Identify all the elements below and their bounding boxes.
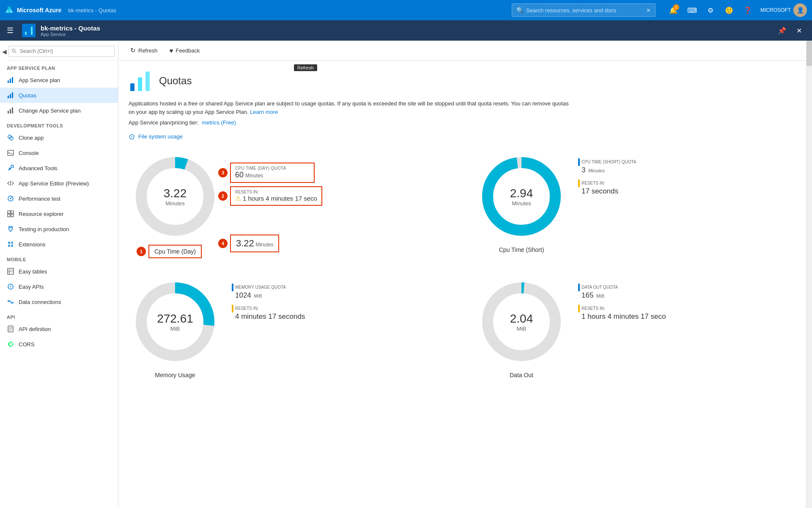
callout-2-badge: 2: [218, 191, 228, 201]
cpu-day-resets-value: 1 hours 4 minutes 17 seco: [243, 195, 317, 202]
settings-button[interactable]: ⚙: [703, 3, 718, 18]
toolbar: ↻ Refresh Refresh ♥ Feedback: [118, 41, 806, 61]
help-button[interactable]: ❓: [740, 3, 755, 18]
resource-explorer-icon: [7, 210, 14, 218]
sidebar-item-advanced-tools[interactable]: Advanced Tools: [0, 160, 118, 176]
file-system-usage-link[interactable]: ⊙ File system usage: [129, 132, 796, 141]
cpu-day-quota-callout: CPU TIME (DAY) QUOTA 60 Minutes: [230, 163, 315, 183]
svg-rect-9: [10, 94, 11, 98]
sidebar-item-easy-apis[interactable]: Easy APIs: [0, 279, 118, 294]
sidebar-item-change-plan[interactable]: Change App Service plan: [0, 103, 118, 118]
cpu-short-quota-sub: Minutes: [588, 168, 605, 173]
resource-explorer-label: Resource explorer: [19, 211, 63, 217]
feedback-icon: ♥: [170, 47, 173, 54]
data-out-quota-sub: MiB: [596, 293, 604, 298]
cpu-day-quota-value: 60: [235, 171, 244, 179]
page-description-text: Applications hosted in a free or shared …: [129, 100, 569, 115]
cpu-day-current-unit: Minutes: [255, 242, 273, 248]
extensions-icon: [7, 240, 14, 248]
close-button[interactable]: ✕: [793, 25, 805, 36]
cpu-day-title: Cpu Time (Day): [154, 248, 196, 255]
quotas-label: Quotas: [19, 92, 36, 99]
sidebar-item-cors[interactable]: C CORS: [0, 337, 118, 352]
sidebar-search-input[interactable]: [8, 46, 115, 57]
svg-point-18: [11, 165, 14, 168]
sidebar-item-app-service-editor[interactable]: App Service Editor (Preview): [0, 176, 118, 191]
data-out-resets-label: RESETS IN:: [582, 306, 605, 311]
refresh-button[interactable]: ↻ Refresh: [125, 44, 163, 57]
svg-rect-24: [8, 214, 10, 217]
svg-rect-46: [138, 77, 142, 91]
svg-point-21: [10, 198, 11, 199]
scrollbar[interactable]: [806, 41, 812, 508]
sidebar-collapse-button[interactable]: ◀: [0, 43, 8, 60]
user-menu[interactable]: MICROSOFT 👤: [760, 3, 807, 17]
cloud-shell-button[interactable]: ⌨: [684, 3, 700, 18]
content-area: ↻ Refresh Refresh ♥ Feedback Quotas: [118, 41, 806, 508]
notifications-button[interactable]: 🔔 1: [666, 3, 681, 18]
svg-point-54: [488, 288, 555, 356]
performance-test-label: Performance test: [19, 196, 60, 202]
plan-label: App Service plan/pricing tier:: [129, 119, 198, 126]
sidebar-section-api: API: [0, 309, 118, 321]
sidebar-item-app-service-plan[interactable]: App Service plan: [0, 72, 118, 88]
azure-logo-text: Microsoft Azure: [17, 7, 61, 14]
sidebar-item-testing-in-production[interactable]: Testing in production: [0, 221, 118, 237]
page-header: Quotas: [129, 69, 796, 93]
cpu-short-chart-section: 2.94 Minutes Cpu Time (Short): [475, 150, 796, 258]
file-system-label: File system usage: [138, 133, 183, 140]
search-input[interactable]: [526, 7, 645, 14]
main-layout: ◀ APP SERVICE PLAN App Service plan Quot…: [0, 41, 812, 508]
data-connections-icon: [7, 298, 14, 306]
sidebar-item-console[interactable]: Console: [0, 145, 118, 160]
callout-3-badge: 3: [218, 168, 228, 177]
cpu-short-donut: 2.94 Minutes Cpu Time (Short): [475, 150, 568, 253]
console-icon: [7, 149, 14, 157]
memory-quota-item: MEMORY USAGE QUOTA 1024 MiB: [232, 284, 305, 300]
memory-quota-sub: MiB: [254, 293, 262, 298]
sidebar-item-easy-tables[interactable]: Easy tables: [0, 264, 118, 279]
svg-point-48: [141, 163, 209, 230]
cpu-day-title-callout: Cpu Time (Day): [148, 245, 202, 258]
hamburger-menu[interactable]: ☰: [7, 26, 14, 35]
pin-button[interactable]: 📌: [774, 25, 790, 36]
cpu-day-resets-label: RESETS IN:: [235, 190, 317, 194]
plan-link[interactable]: metrics (Free): [202, 119, 236, 126]
data-connections-label: Data connections: [19, 299, 61, 305]
sidebar-item-performance-test[interactable]: Performance test: [0, 191, 118, 206]
svg-rect-16: [8, 150, 14, 155]
svg-rect-12: [10, 109, 11, 113]
app-service-editor-icon: [7, 179, 14, 187]
smiley-button[interactable]: 🙂: [721, 3, 737, 18]
memory-quota-value: 1024: [235, 291, 251, 299]
resource-title: bk-metrics - Quotas: [41, 25, 100, 32]
cpu-day-quota-label: CPU TIME (DAY) QUOTA: [235, 166, 310, 171]
feedback-button[interactable]: ♥ Feedback: [165, 44, 205, 57]
svg-rect-30: [11, 245, 13, 247]
testing-in-production-icon: [7, 225, 14, 233]
cors-label: CORS: [19, 341, 35, 348]
svg-rect-2: [25, 32, 27, 35]
sidebar-item-api-definition[interactable]: API definition: [0, 321, 118, 337]
cpu-short-title: Cpu Time (Short): [475, 246, 568, 253]
resource-bar: ☰ bk-metrics - Quotas App Service 📌 ✕: [0, 20, 812, 41]
search-clear-icon[interactable]: ✕: [646, 7, 651, 14]
sidebar-item-clone-app[interactable]: Clone app: [0, 130, 118, 145]
sidebar-item-quotas[interactable]: Quotas: [0, 88, 118, 103]
api-definition-icon: [7, 325, 14, 333]
data-out-quota-value: 165: [582, 291, 593, 299]
global-search[interactable]: 🔍 ✕: [512, 3, 656, 17]
easy-tables-icon: [7, 268, 14, 275]
sidebar-item-resource-explorer[interactable]: Resource explorer: [0, 206, 118, 221]
sidebar-item-data-connections[interactable]: Data connections: [0, 294, 118, 309]
learn-more-link[interactable]: Learn more: [250, 109, 278, 115]
sidebar-section-dev-tools: DEVELOPMENT TOOLS: [0, 118, 118, 130]
cpu-short-resets-value: 17 seconds: [582, 187, 618, 195]
sidebar-item-extensions[interactable]: Extensions: [0, 237, 118, 252]
svg-rect-45: [130, 83, 134, 91]
page-title: Quotas: [159, 75, 192, 87]
search-icon: 🔍: [516, 7, 524, 14]
advanced-tools-label: Advanced Tools: [19, 165, 58, 171]
user-avatar: 👤: [793, 3, 807, 17]
svg-rect-3: [28, 29, 30, 35]
